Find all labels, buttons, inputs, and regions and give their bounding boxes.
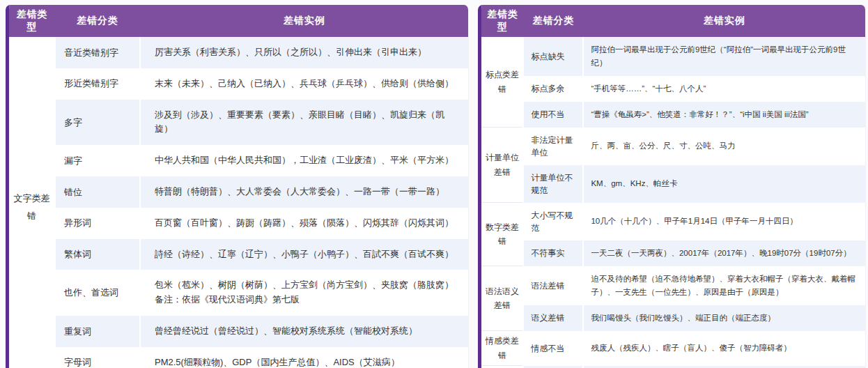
table-row: 标点多余“手机等等……”、“十七、八个人”	[481, 76, 865, 102]
error-category-cell: 错位	[55, 176, 140, 208]
error-type-cell: 标点类差错	[481, 37, 523, 128]
error-category-cell: 情感不当	[523, 331, 583, 366]
error-type-cell: 语法语义差错	[481, 266, 523, 331]
table-row: 漏字中华人共和国（中华人民共和国），工业渣（工业废渣）、平米（平方米）	[9, 145, 468, 176]
table-row: 重复词曾经曾经说过（曾经说过）、智能校对系统系统（智能校对系统）	[9, 316, 468, 347]
col-header-error-type: 差错类型	[481, 5, 523, 37]
col-header-error-category: 差错分类	[55, 5, 140, 37]
error-category-cell: 使用不当	[523, 102, 583, 128]
error-type-cell: 文字类差错	[9, 37, 55, 368]
error-example-cell: 曾经曾经说过（曾经说过）、智能校对系统系统（智能校对系统）	[140, 316, 468, 347]
table-row: 标点类差错标点缺失阿拉伯一词最早出现于公元前9世纪（“阿拉伯”一词最早出现于公元…	[481, 37, 865, 76]
error-example-cell: 包米（苞米）、树阴（树荫）、上方宝剑（尚方宝剑）、夹肢窝（胳肢窝） 备注：依据《…	[140, 270, 468, 316]
error-category-cell: 漏字	[55, 145, 140, 176]
error-category-cell: 异形词	[55, 208, 140, 239]
table-row: 异形词百页窗（百叶窗）、踌蹰（踌躇）、殒落（陨落）、闪烁其辞（闪烁其词）	[9, 208, 468, 239]
page: 差错类型 差错分类 差错实例 文字类差错音近类错别字厉害关系（利害关系）、只所以…	[0, 0, 868, 368]
table-row: 也作、首选词包米（苞米）、树阴（树荫）、上方宝剑（尚方宝剑）、夹肢窝（胳肢窝） …	[9, 270, 468, 316]
error-type-cell: 知识性差错	[481, 366, 523, 368]
error-example-cell: 涉及到（涉及）、重要要素（要素）、亲眼目睹（目睹）、凯旋归来（凯旋）	[140, 100, 468, 146]
table-row: 多字涉及到（涉及）、重要要素（要素）、亲眼目睹（目睹）、凯旋归来（凯旋）	[9, 100, 468, 146]
table-row: 不符事实一天二夜（一天两夜）、20017年（2017年）、晚19时07分（19时…	[481, 240, 865, 266]
error-category-cell: 重复词	[55, 316, 140, 347]
error-category-cell: 常识差错	[523, 366, 583, 368]
error-example-cell: 一天二夜（一天两夜）、20017年（2017年）、晚19时07分（19时07分）	[583, 240, 865, 266]
table-header-row: 差错类型 差错分类 差错实例	[9, 5, 468, 37]
table-row: 知识性差错常识差错云南凯里（贵州凯里）、广西省（广西壮族自治区）、杜甫《静夜思》…	[481, 366, 865, 368]
error-type-cell: 情感类差错	[481, 331, 523, 366]
error-example-cell: 厉害关系（利害关系）、只所以（之所以）、引伸出来（引申出来）	[140, 37, 468, 68]
error-category-cell: 字母词	[55, 347, 140, 368]
table-row: 使用不当“曹操《龟虽寿>”、他笑道：非常好！？”、“i中国 ii美国 iii法国…	[481, 102, 865, 128]
table-row: 计量单位差错非法定计量单位斤、两、亩、公分、尺、寸、公吨、马力	[481, 128, 865, 165]
error-category-cell: 也作、首选词	[55, 270, 140, 316]
error-example-cell: “曹操《龟虽寿>”、他笑道：非常好！？”、“i中国 ii美国 iii法国”	[583, 102, 865, 128]
error-type-cell: 数字类差错	[481, 203, 523, 266]
error-example-cell: 残废人（残疾人）、瞎子（盲人）、傻子（智力障碍者）	[583, 331, 865, 366]
table-row: 繁体词詩经（诗经）、辽寧（辽宁）、小鴨子（小鸭子）、百試不爽（百试不爽）	[9, 239, 468, 270]
error-example-cell: 迫不及待的希望（迫不急待地希望）、穿着大衣和帽子（穿着大衣、戴着帽子）、一支先生…	[583, 266, 865, 305]
error-example-cell: 百页窗（百叶窗）、踌蹰（踌躇）、殒落（陨落）、闪烁其辞（闪烁其词）	[140, 208, 468, 239]
error-category-cell: 形近类错别字	[55, 68, 140, 100]
table-row: 情感类差错情感不当残废人（残疾人）、瞎子（盲人）、傻子（智力障碍者）	[481, 331, 865, 366]
table-row: 文字类差错音近类错别字厉害关系（利害关系）、只所以（之所以）、引伸出来（引申出来…	[9, 37, 468, 68]
table-row: 形近类错别字末来（未来）、己纳入（已纳入）、兵乓球（乒乓球）、供给则（供给侧）	[9, 68, 468, 100]
error-example-cell: 10几个（十几个）、甲子年1月14日（甲子年一月十四日）	[583, 203, 865, 240]
error-example-cell: 中华人共和国（中华人民共和国），工业渣（工业废渣）、平米（平方米）	[140, 145, 468, 176]
error-example-cell: 阿拉伯一词最早出现于公元前9世纪（“阿拉伯”一词最早出现于公元前9世纪）	[583, 37, 865, 76]
error-type-cell: 计量单位差错	[481, 128, 523, 203]
error-example-cell: KM、gm、KHz、帕丝卡	[583, 165, 865, 203]
table-row: 错位特普朗（特朗普）、大人常委会（人大常委会）、一路一带（一带一路）	[9, 176, 468, 208]
error-example-cell: 云南凯里（贵州凯里）、广西省（广西壮族自治区）、杜甫《静夜思》（李白《静夜思》）	[583, 366, 865, 368]
col-header-error-type: 差错类型	[9, 5, 55, 37]
error-example-cell: 斤、两、亩、公分、尺、寸、公吨、马力	[583, 128, 865, 165]
error-example-cell: 詩经（诗经）、辽寧（辽宁）、小鴨子（小鸭子）、百試不爽（百试不爽）	[140, 239, 468, 270]
col-header-error-category: 差错分类	[523, 5, 583, 37]
error-category-cell: 语法差错	[523, 266, 583, 305]
table-row: 数字类差错大小写不规范10几个（十几个）、甲子年1月14日（甲子年一月十四日）	[481, 203, 865, 240]
error-category-cell: 大小写不规范	[523, 203, 583, 240]
col-header-error-example: 差错实例	[583, 5, 865, 37]
table-row: 语义差错我们喝馒头（我们吃馒头）、端正目的（端正态度）	[481, 305, 865, 331]
table-row: 计量单位不规范KM、gm、KHz、帕丝卡	[481, 165, 865, 203]
other-error-table: 差错类型 差错分类 差错实例 标点类差错标点缺失阿拉伯一词最早出现于公元前9世纪…	[481, 5, 865, 368]
error-category-cell: 繁体词	[55, 239, 140, 270]
error-category-cell: 不符事实	[523, 240, 583, 266]
error-category-cell: 多字	[55, 100, 140, 146]
error-example-cell: 特普朗（特朗普）、大人常委会（人大常委会）、一路一带（一带一路）	[140, 176, 468, 208]
error-category-cell: 非法定计量单位	[523, 128, 583, 165]
error-category-cell: 标点多余	[523, 76, 583, 102]
error-example-cell: “手机等等……”、“十七、八个人”	[583, 76, 865, 102]
error-example-cell: 我们喝馒头（我们吃馒头）、端正目的（端正态度）	[583, 305, 865, 331]
error-example-cell: 末来（未来）、己纳入（已纳入）、兵乓球（乒乓球）、供给则（供给侧）	[140, 68, 468, 100]
error-example-cell: PM2.5(细颗粒物)、GDP（国内生产总值）、AIDS（艾滋病）	[140, 347, 468, 368]
error-category-cell: 标点缺失	[523, 37, 583, 76]
table-header-row: 差错类型 差错分类 差错实例	[481, 5, 865, 37]
col-header-error-example: 差错实例	[140, 5, 468, 37]
text-error-table-card: 差错类型 差错分类 差错实例 文字类差错音近类错别字厉害关系（利害关系）、只所以…	[6, 5, 469, 368]
error-category-cell: 语义差错	[523, 305, 583, 331]
text-error-table: 差错类型 差错分类 差错实例 文字类差错音近类错别字厉害关系（利害关系）、只所以…	[9, 5, 468, 368]
error-category-cell: 计量单位不规范	[523, 165, 583, 203]
table-row: 语法语义差错语法差错迫不及待的希望（迫不急待地希望）、穿着大衣和帽子（穿着大衣、…	[481, 266, 865, 305]
table-row: 字母词PM2.5(细颗粒物)、GDP（国内生产总值）、AIDS（艾滋病）	[9, 347, 468, 368]
error-category-cell: 音近类错别字	[55, 37, 140, 68]
other-error-table-card: 差错类型 差错分类 差错实例 标点类差错标点缺失阿拉伯一词最早出现于公元前9世纪…	[478, 5, 866, 368]
